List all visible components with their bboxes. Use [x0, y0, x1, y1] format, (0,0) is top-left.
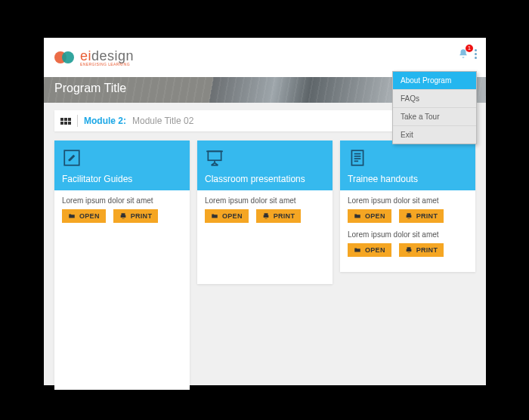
notification-count-badge: 1 [466, 45, 473, 52]
card-classroom-presentations: Classroom presentations Lorem ipsum dolo… [197, 141, 333, 284]
more-menu-dropdown: About Program FAQs Take a Tour Exit [392, 71, 477, 144]
card-trainee-handouts: Trainee handouts Lorem ipsum dolor sit a… [340, 141, 475, 272]
notifications-button[interactable]: 1 [458, 48, 469, 59]
print-icon [262, 212, 270, 220]
program-title: Program Title [54, 82, 126, 95]
more-menu-button[interactable] [475, 49, 477, 59]
svg-rect-7 [351, 150, 363, 165]
item-text: Lorem ipsum dolor sit amet [348, 196, 468, 205]
list-item: Lorem ipsum dolor sit amet OPEN PRINT [62, 196, 182, 223]
list-item: Lorem ipsum dolor sit amet OPEN PRINT [348, 196, 468, 223]
brand-name: eidesign [80, 49, 134, 63]
app-window: eidesign ENERGISING LEARNING 1 About Pro… [44, 38, 486, 385]
menu-item-faqs[interactable]: FAQs [393, 90, 476, 108]
brand-tagline: ENERGISING LEARNING [80, 63, 134, 66]
item-text: Lorem ipsum dolor sit amet [348, 230, 468, 239]
card-title: Classroom presentations [205, 174, 325, 184]
svg-rect-1 [208, 151, 221, 160]
divider [77, 115, 78, 127]
header-bar: eidesign ENERGISING LEARNING 1 About Pro… [44, 38, 486, 77]
card-facilitator-guides: Facilitator Guides Lorem ipsum dolor sit… [54, 141, 190, 390]
breadcrumb-title: Module Title 02 [132, 116, 193, 126]
open-button[interactable]: OPEN [205, 209, 249, 223]
menu-item-exit[interactable]: Exit [393, 126, 476, 144]
open-button[interactable]: OPEN [62, 209, 106, 223]
folder-icon [68, 212, 76, 220]
logo-mark-icon [54, 51, 79, 64]
folder-icon [211, 212, 218, 220]
list-item: Lorem ipsum dolor sit amet OPEN PRINT [348, 230, 468, 257]
item-text: Lorem ipsum dolor sit amet [205, 196, 325, 205]
card-title: Facilitator Guides [62, 174, 182, 184]
folder-icon [354, 212, 361, 220]
print-button[interactable]: PRINT [113, 209, 159, 223]
print-icon [405, 212, 413, 220]
brand-logo: eidesign ENERGISING LEARNING [54, 49, 134, 66]
menu-item-take-a-tour[interactable]: Take a Tour [393, 108, 476, 126]
print-button[interactable]: PRINT [399, 243, 444, 257]
open-button[interactable]: OPEN [348, 243, 391, 257]
card-title: Trainee handouts [348, 174, 468, 184]
list-item: Lorem ipsum dolor sit amet OPEN PRINT [205, 196, 325, 223]
projector-icon [205, 148, 224, 168]
edit-square-icon [62, 148, 82, 168]
cards-row: Facilitator Guides Lorem ipsum dolor sit… [44, 131, 486, 400]
open-button[interactable]: OPEN [348, 209, 391, 223]
breadcrumb-module[interactable]: Module 2: [84, 116, 126, 126]
print-icon [405, 246, 413, 254]
module-grid-button[interactable] [60, 118, 71, 125]
print-button[interactable]: PRINT [256, 209, 302, 223]
print-icon [119, 212, 127, 220]
folder-icon [354, 246, 361, 254]
item-text: Lorem ipsum dolor sit amet [62, 196, 182, 205]
menu-item-about-program[interactable]: About Program [393, 72, 476, 90]
print-button[interactable]: PRINT [399, 209, 444, 223]
document-icon [348, 148, 367, 168]
